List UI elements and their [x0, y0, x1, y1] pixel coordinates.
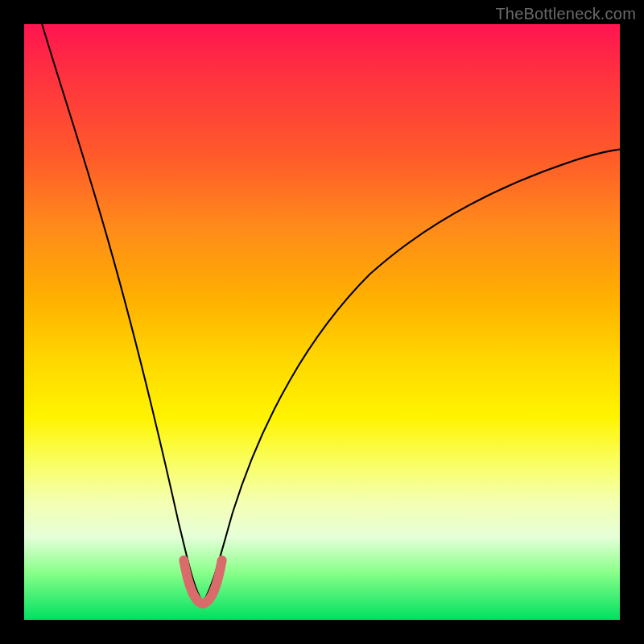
- sweet-spot-highlight: [184, 560, 221, 604]
- bottleneck-curve: [42, 24, 620, 602]
- chart-svg: [24, 24, 620, 620]
- chart-stage: TheBottleneck.com: [0, 0, 644, 644]
- watermark-text: TheBottleneck.com: [495, 5, 636, 23]
